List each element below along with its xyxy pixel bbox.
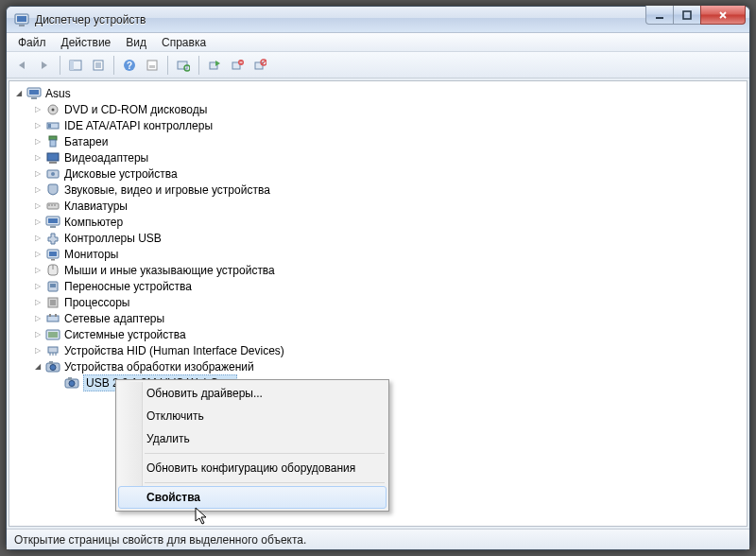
- svg-rect-32: [50, 140, 56, 147]
- svg-text:?: ?: [127, 61, 132, 71]
- svg-rect-66: [68, 377, 72, 380]
- expander-closed-icon[interactable]: ▷: [32, 313, 43, 324]
- svg-rect-52: [47, 316, 59, 321]
- tree-category[interactable]: ▷Процессоры: [11, 294, 745, 310]
- svg-rect-1: [17, 16, 26, 22]
- expander-closed-icon[interactable]: ▷: [32, 200, 43, 212]
- tree-category[interactable]: ▷Дисковые устройства: [11, 165, 745, 182]
- svg-rect-26: [31, 97, 37, 99]
- tree-category[interactable]: ▷Устройства HID (Human Interface Devices…: [11, 342, 745, 358]
- svg-rect-45: [49, 252, 57, 256]
- expander-closed-icon[interactable]: ▷: [32, 104, 43, 115]
- device-category-icon: [45, 247, 60, 262]
- expander-closed-icon[interactable]: ▷: [32, 184, 43, 196]
- tree-category[interactable]: ▷Видеоадаптеры: [11, 149, 745, 165]
- expander-closed-icon[interactable]: ▷: [32, 345, 43, 356]
- tree-category[interactable]: ▷Батареи: [11, 133, 745, 149]
- ctx-update-drivers[interactable]: Обновить драйверы...: [118, 382, 387, 405]
- device-manager-window: Диспетчер устройств Файл Действие Вид Сп…: [6, 6, 750, 550]
- ctx-scan-hardware[interactable]: Обновить конфигурацию оборудования: [118, 457, 387, 479]
- update-driver-button[interactable]: [204, 55, 225, 76]
- back-button[interactable]: [11, 55, 32, 76]
- tree-category[interactable]: ▷IDE ATA/ATAPI контроллеры: [11, 117, 745, 133]
- device-category-icon: [45, 134, 60, 149]
- imaging-icon: [45, 359, 60, 374]
- tree-category-label: Сетевые адаптеры: [64, 311, 164, 326]
- tree-category[interactable]: ▷Сетевые адаптеры: [11, 310, 745, 326]
- tree-category[interactable]: ▷Звуковые, видео и игровые устройства: [11, 182, 745, 198]
- device-category-icon: [45, 295, 60, 310]
- ctx-properties[interactable]: Свойства: [118, 486, 387, 509]
- tree-category-label: Батареи: [64, 134, 108, 149]
- svg-rect-34: [49, 162, 57, 164]
- device-category-icon: [45, 150, 60, 165]
- close-button[interactable]: [700, 6, 746, 25]
- expander-closed-icon[interactable]: ▷: [32, 281, 43, 292]
- ctx-uninstall[interactable]: Удалить: [118, 427, 387, 450]
- expander-closed-icon[interactable]: ▷: [32, 120, 43, 131]
- menu-file[interactable]: Файл: [10, 34, 54, 51]
- device-tree[interactable]: ◢ Asus ▷DVD и CD-ROM дисководы▷IDE ATA/A…: [9, 81, 747, 394]
- svg-rect-53: [49, 314, 51, 317]
- tree-category-label: Системные устройства: [64, 327, 186, 342]
- expander-open-icon[interactable]: ◢: [13, 88, 25, 99]
- expander-closed-icon[interactable]: ▷: [32, 152, 43, 164]
- show-hidden-button[interactable]: [65, 55, 86, 76]
- expander-closed-icon[interactable]: ▷: [32, 217, 43, 228]
- svg-rect-39: [51, 204, 53, 206]
- computer-icon: [26, 86, 42, 101]
- forward-button[interactable]: [34, 55, 55, 76]
- menu-help[interactable]: Справка: [154, 34, 214, 51]
- device-category-icon: [45, 118, 60, 133]
- titlebar[interactable]: Диспетчер устройств: [7, 7, 749, 33]
- tree-category[interactable]: ▷Мыши и иные указывающие устройства: [11, 262, 745, 278]
- maximize-button[interactable]: [673, 6, 701, 25]
- expander-closed-icon[interactable]: ▷: [32, 249, 43, 260]
- tree-category-label: Мыши и иные указывающие устройства: [64, 263, 275, 278]
- uninstall-button[interactable]: [227, 55, 248, 76]
- expander-open-icon[interactable]: ◢: [32, 361, 43, 373]
- menu-view[interactable]: Вид: [118, 34, 154, 51]
- device-category-icon: [45, 327, 60, 342]
- svg-point-65: [69, 380, 75, 386]
- svg-rect-31: [49, 136, 57, 140]
- statusbar: Открытие страницы свойств для выделенног…: [7, 529, 749, 549]
- svg-rect-42: [48, 218, 58, 223]
- device-category-icon: [45, 199, 60, 214]
- ctx-disable[interactable]: Отключить: [118, 405, 387, 427]
- expander-closed-icon[interactable]: ▷: [32, 265, 43, 276]
- svg-point-36: [51, 172, 55, 176]
- tree-category[interactable]: ▷Контроллеры USB: [11, 230, 745, 246]
- expander-closed-icon[interactable]: ▷: [32, 329, 43, 340]
- svg-rect-49: [50, 284, 56, 287]
- expander-closed-icon[interactable]: ▷: [32, 297, 43, 308]
- device-tree-pane[interactable]: ◢ Asus ▷DVD и CD-ROM дисководы▷IDE ATA/A…: [9, 80, 747, 527]
- svg-rect-51: [50, 300, 56, 305]
- window-buttons: [646, 6, 746, 25]
- device-category-icon: [45, 263, 60, 278]
- tree-category[interactable]: ▷Клавиатуры: [11, 198, 745, 214]
- help-button[interactable]: ?: [119, 55, 140, 76]
- tree-category[interactable]: ▷Мониторы: [11, 246, 745, 262]
- tree-category[interactable]: ▷DVD и CD-ROM дисководы: [11, 101, 745, 117]
- disable-button[interactable]: [249, 55, 270, 76]
- scan-button[interactable]: [173, 55, 194, 76]
- expander-closed-icon[interactable]: ▷: [32, 136, 43, 148]
- svg-rect-54: [55, 314, 57, 317]
- tree-category-label: Клавиатуры: [64, 199, 128, 214]
- menu-action[interactable]: Действие: [54, 34, 119, 51]
- app-icon: [14, 12, 29, 27]
- tree-category[interactable]: ▷Переносные устройства: [11, 278, 745, 294]
- tree-root[interactable]: ◢ Asus: [11, 85, 745, 101]
- tree-category-label: Дисковые устройства: [64, 166, 178, 182]
- expander-closed-icon[interactable]: ▷: [32, 168, 43, 180]
- tree-category-imaging[interactable]: ◢ Устройства обработки изображений: [11, 358, 745, 374]
- tree-category[interactable]: ▷Системные устройства: [11, 326, 745, 342]
- minimize-button[interactable]: [645, 6, 674, 25]
- device-category-icon: [45, 102, 60, 117]
- properties-button[interactable]: [88, 55, 109, 76]
- tree-category[interactable]: ▷Компьютер: [11, 214, 745, 230]
- device-category-icon: [45, 279, 60, 294]
- options-button[interactable]: [142, 55, 163, 76]
- expander-closed-icon[interactable]: ▷: [32, 233, 43, 244]
